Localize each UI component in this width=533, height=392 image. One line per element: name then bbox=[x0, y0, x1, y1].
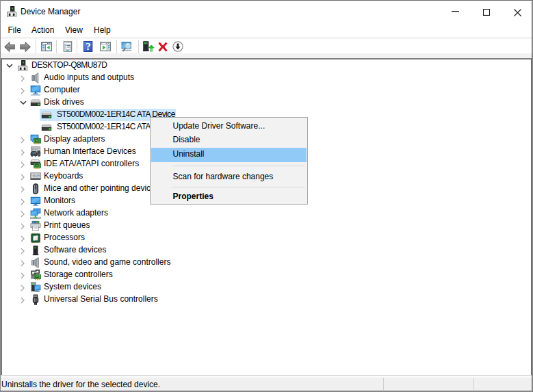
svg-text:?: ? bbox=[86, 41, 91, 52]
